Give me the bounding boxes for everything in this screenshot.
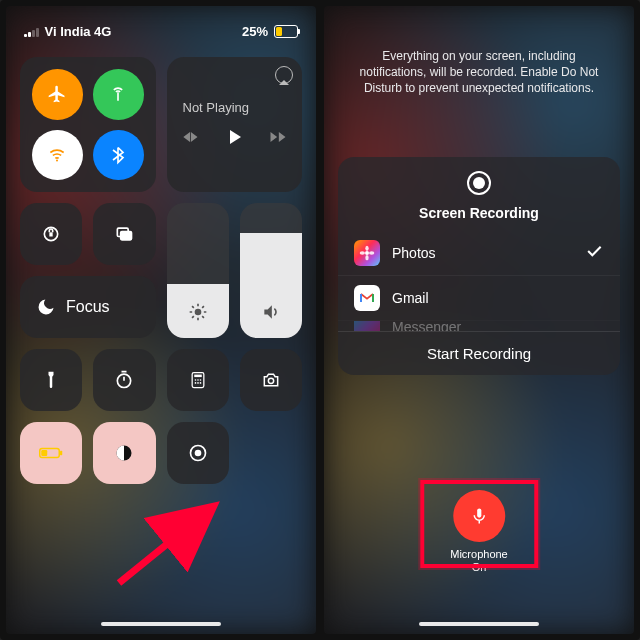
app-option-photos[interactable]: Photos: [338, 231, 620, 275]
svg-point-10: [197, 379, 199, 381]
timer-button[interactable]: [93, 349, 155, 411]
record-icon: [188, 443, 208, 463]
now-playing-title: Not Playing: [177, 100, 293, 115]
cellular-data-toggle[interactable]: [93, 69, 144, 120]
svg-point-5: [194, 309, 201, 316]
svg-point-26: [369, 251, 374, 254]
play-icon[interactable]: [222, 125, 246, 149]
brightness-slider[interactable]: [167, 203, 229, 338]
svg-point-15: [268, 378, 273, 383]
app-option-label: Photos: [392, 245, 436, 261]
camera-icon: [261, 370, 281, 390]
focus-label: Focus: [66, 298, 110, 316]
low-power-button[interactable]: [20, 422, 82, 484]
battery-icon: [274, 25, 298, 38]
airplay-icon[interactable]: [275, 66, 293, 84]
photos-app-icon: [354, 240, 380, 266]
speaker-icon: [261, 302, 281, 326]
screen-mirroring-button[interactable]: [93, 203, 155, 265]
bluetooth-toggle[interactable]: [93, 130, 144, 181]
calculator-icon: [188, 370, 208, 390]
dark-mode-icon: [114, 443, 134, 463]
svg-point-14: [199, 382, 201, 384]
svg-point-22: [365, 251, 369, 255]
microphone-toggle[interactable]: Microphone On: [450, 490, 507, 574]
svg-point-11: [199, 379, 201, 381]
signal-icon: [24, 27, 39, 37]
calculator-button[interactable]: [167, 349, 229, 411]
moon-icon: [36, 297, 56, 317]
app-option-messenger[interactable]: Messenger: [338, 320, 620, 331]
svg-rect-8: [194, 375, 202, 378]
svg-rect-17: [41, 450, 47, 456]
dark-mode-button[interactable]: [93, 422, 155, 484]
status-bar: Vi India 4G 25%: [6, 6, 316, 47]
focus-button[interactable]: Focus: [20, 276, 156, 338]
phone-control-center: Vi India 4G 25%: [6, 6, 316, 634]
bluetooth-icon: [108, 145, 128, 165]
app-option-label: Messenger: [392, 320, 461, 331]
sheet-title: Screen Recording: [338, 205, 620, 221]
svg-rect-18: [60, 451, 62, 456]
svg-rect-2: [49, 232, 52, 236]
svg-point-25: [360, 251, 365, 254]
timer-icon: [114, 370, 134, 390]
messenger-app-icon: [354, 320, 380, 331]
carrier-label: Vi India 4G: [45, 24, 112, 39]
checkmark-icon: [584, 241, 604, 264]
microphone-label: Microphone: [450, 548, 507, 560]
svg-point-24: [365, 255, 368, 260]
record-icon: [467, 171, 491, 195]
airplane-mode-toggle[interactable]: [32, 69, 83, 120]
low-power-icon: [39, 441, 63, 465]
svg-rect-27: [477, 508, 481, 517]
app-option-gmail[interactable]: Gmail: [338, 275, 620, 320]
screen-mirroring-icon: [114, 224, 134, 244]
prev-track-icon[interactable]: [180, 127, 200, 147]
screen-recording-sheet: Screen Recording Photos Gmail: [338, 157, 620, 375]
gmail-app-icon: [354, 285, 380, 311]
orientation-lock-button[interactable]: [20, 203, 82, 265]
airplane-icon: [47, 84, 67, 104]
microphone-icon: [469, 506, 489, 526]
now-playing-tile[interactable]: Not Playing: [167, 57, 303, 192]
orientation-lock-icon: [41, 224, 61, 244]
recording-notice: Everything on your screen, including not…: [324, 6, 634, 97]
svg-point-9: [194, 379, 196, 381]
app-option-label: Gmail: [392, 290, 429, 306]
microphone-state: On: [472, 561, 487, 573]
battery-percent: 25%: [242, 24, 268, 39]
wifi-toggle[interactable]: [32, 130, 83, 181]
flashlight-icon: [41, 370, 61, 390]
screen-record-button[interactable]: [167, 422, 229, 484]
svg-point-0: [56, 159, 58, 161]
svg-point-23: [365, 245, 368, 250]
connectivity-tile[interactable]: [20, 57, 156, 192]
volume-slider[interactable]: [240, 203, 302, 338]
svg-rect-4: [121, 232, 132, 240]
antenna-icon: [108, 84, 128, 104]
wifi-icon: [47, 145, 67, 165]
svg-point-12: [194, 382, 196, 384]
svg-point-13: [197, 382, 199, 384]
phone-screen-recording-sheet: Everything on your screen, including not…: [324, 6, 634, 634]
svg-point-21: [194, 450, 201, 457]
camera-button[interactable]: [240, 349, 302, 411]
next-track-icon[interactable]: [268, 127, 288, 147]
flashlight-button[interactable]: [20, 349, 82, 411]
start-recording-button[interactable]: Start Recording: [338, 331, 620, 375]
sun-icon: [188, 302, 208, 326]
